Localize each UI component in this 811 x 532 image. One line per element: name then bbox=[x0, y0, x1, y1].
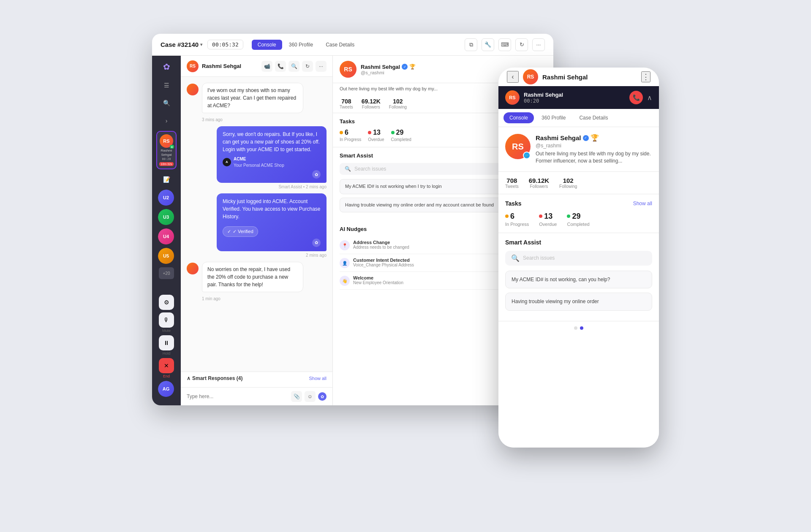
more-button[interactable]: ··· bbox=[532, 38, 545, 51]
completed-count: 29 bbox=[391, 129, 411, 136]
case-number: Case #32140 ▾ bbox=[161, 41, 202, 48]
nudge-icon-1: 📍 bbox=[340, 240, 350, 250]
call-banner-time: 00:20 bbox=[524, 98, 563, 104]
chat-more-button[interactable]: ··· bbox=[316, 61, 327, 72]
screen-share-button[interactable]: ⧉ bbox=[465, 38, 477, 51]
phone-button[interactable]: 📞 bbox=[275, 61, 286, 72]
active-call-avatar: RS ● bbox=[160, 134, 173, 148]
chat-header: RS Rashmi Sehgal 📹 📞 🔍 ↻ ··· bbox=[181, 56, 332, 77]
verified-badge: ✓ ✓ Verified bbox=[223, 226, 258, 237]
overdue-label: Overdue bbox=[368, 137, 384, 142]
mute-button[interactable]: 🎙 Mute bbox=[159, 312, 174, 333]
settings-icon: ⚙ bbox=[159, 295, 174, 310]
call-end-button[interactable]: 📞 bbox=[629, 91, 643, 104]
sidebar-avatar-4[interactable]: U4 bbox=[158, 228, 175, 245]
mobile-profile-name-row: Rashmi Sehgal ✓ 🏆 bbox=[536, 134, 652, 142]
chevron-up-icon: ∧ bbox=[187, 375, 191, 381]
chat-search-button[interactable]: 🔍 bbox=[288, 61, 299, 72]
followers-label: Followers bbox=[362, 105, 381, 109]
mobile-full-name: Rashmi Sehgal bbox=[536, 134, 581, 141]
sidebar-avatar-5[interactable]: U5 bbox=[158, 248, 175, 265]
mobile-tasks-show-all[interactable]: Show all bbox=[633, 201, 652, 206]
mobile-issue-card-1[interactable]: My ACME ID# is not working, can you help… bbox=[505, 271, 652, 289]
send-button[interactable]: ✿ bbox=[318, 392, 327, 401]
refresh-button[interactable]: ↻ bbox=[515, 38, 528, 51]
mobile-dots-indicator bbox=[498, 321, 659, 335]
tab-case-details[interactable]: Case Details bbox=[320, 40, 360, 50]
dot-2 bbox=[580, 326, 583, 330]
sidebar-avatar-3[interactable]: U3 bbox=[158, 209, 175, 226]
more-avatars-count[interactable]: +20 bbox=[159, 267, 174, 279]
msg-bubble-4: No worries on the repair, I have used th… bbox=[202, 262, 303, 292]
tools-button[interactable]: 🔧 bbox=[482, 38, 494, 51]
chat-panel: RS Rashmi Sehgal 📹 📞 🔍 ↻ ··· bbox=[181, 56, 333, 405]
mobile-handle: @s_rashmi bbox=[536, 143, 652, 149]
mobile-followers-label: Followers bbox=[529, 184, 549, 189]
call-banner-chevron-icon[interactable]: ∧ bbox=[647, 94, 652, 102]
attach-button[interactable]: 📎 bbox=[291, 391, 302, 402]
mobile-search-bar[interactable]: 🔍 Search issues bbox=[505, 251, 652, 266]
msg-agent-badge-2: ✿ bbox=[312, 170, 321, 179]
twitter-badge: 🐦 bbox=[523, 152, 531, 159]
chat-input[interactable] bbox=[187, 394, 288, 399]
yellow-dot bbox=[340, 131, 343, 134]
mobile-issue-card-2[interactable]: Having trouble viewing my online order bbox=[505, 293, 652, 311]
mobile-task-completed: 29 Completed bbox=[567, 212, 589, 227]
mobile-overdue-label: Overdue bbox=[539, 222, 557, 227]
mobile-body: RS 🐦 Rashmi Sehgal ✓ 🏆 @s_rashmi Out her… bbox=[498, 127, 659, 448]
chat-refresh-button[interactable]: ↻ bbox=[302, 61, 313, 72]
msg-bubble-2: Sorry, we don't do repairs. But If you l… bbox=[217, 126, 327, 183]
settings-button[interactable]: ⚙ bbox=[159, 295, 174, 310]
mobile-search-placeholder: Search issues bbox=[523, 255, 555, 261]
accessibility-button[interactable]: ⌨ bbox=[498, 38, 511, 51]
call-agent-name: RashmiSehgal bbox=[161, 149, 172, 157]
call-banner-info: Rashmi Sehgal 00:20 bbox=[524, 92, 563, 104]
mobile-back-button[interactable]: ‹ bbox=[507, 71, 519, 83]
sidebar-user-avatar[interactable]: AG bbox=[158, 381, 175, 398]
sidebar-compose-icon[interactable]: 📝 bbox=[159, 172, 174, 187]
mobile-more-button[interactable]: ⋮ bbox=[641, 71, 650, 82]
tasks-title: Tasks bbox=[340, 118, 355, 125]
msg-bubble-3: Micky just logged into ACME. Account Ver… bbox=[217, 193, 327, 251]
mobile-in-progress-count: 6 bbox=[505, 212, 529, 221]
chat-header-actions: 📹 📞 🔍 ↻ ··· bbox=[261, 61, 327, 72]
mute-icon: 🎙 bbox=[159, 312, 174, 328]
mobile-following-value: 102 bbox=[559, 177, 577, 184]
award-icon: 🏆 bbox=[409, 64, 416, 70]
stat-followers: 69.12K Followers bbox=[362, 98, 381, 109]
task-in-progress: 6 In Progress bbox=[340, 129, 361, 142]
completed-label: Completed bbox=[391, 137, 411, 142]
tweets-label: Tweets bbox=[340, 105, 353, 109]
tab-console[interactable]: Console bbox=[252, 40, 282, 50]
profile-avatar: RS bbox=[340, 61, 357, 78]
call-duration: 00:20 bbox=[162, 157, 171, 161]
chat-agent-name: Rashmi Sehgal bbox=[202, 63, 258, 69]
end-call-icon: ✕ bbox=[159, 358, 174, 373]
titlebar: Case #32140 ▾ 00:05:32 Console 360 Profi… bbox=[152, 34, 553, 56]
video-call-button[interactable]: 📹 bbox=[261, 61, 272, 72]
active-call-item[interactable]: RS ● RashmiSehgal 00:20 10m 32s bbox=[156, 131, 177, 169]
mobile-stat-followers: 69.12K Followers bbox=[529, 177, 549, 189]
mobile-tasks-title: Tasks bbox=[505, 200, 522, 207]
tab-360-profile[interactable]: 360 Profile bbox=[283, 40, 319, 50]
mobile-tab-360-profile[interactable]: 360 Profile bbox=[536, 112, 572, 123]
sidebar-search-icon[interactable]: 🔍 bbox=[159, 95, 174, 111]
mobile-tab-console[interactable]: Console bbox=[503, 112, 534, 123]
hold-button[interactable]: ⏸ Hold bbox=[159, 335, 174, 356]
call-banner-avatar: RS bbox=[505, 90, 520, 105]
end-call-button[interactable]: ✕ End bbox=[159, 358, 174, 378]
mobile-profile-card: RS 🐦 Rashmi Sehgal ✓ 🏆 @s_rashmi Out her… bbox=[498, 127, 659, 172]
smart-responses-show-all[interactable]: Show all bbox=[309, 376, 327, 381]
message-4: No worries on the repair, I have used th… bbox=[187, 262, 327, 292]
emoji-button[interactable]: ☺ bbox=[305, 391, 316, 402]
mobile-tasks-section: Tasks Show all 6 In Progress 1 bbox=[498, 194, 659, 233]
sidebar-nav-icon[interactable]: › bbox=[159, 113, 174, 128]
acme-brand-sub: Your Personal ACME Shop bbox=[234, 162, 284, 168]
sidebar-menu-icon[interactable]: ☰ bbox=[159, 78, 174, 93]
sidebar-avatar-2[interactable]: U2 bbox=[158, 190, 175, 206]
mobile-tab-case-details[interactable]: Case Details bbox=[573, 112, 614, 123]
stat-following: 102 Following bbox=[389, 98, 407, 109]
in-progress-label: In Progress bbox=[340, 137, 361, 142]
nudge-subtitle-3: New Employee Orientation bbox=[353, 280, 517, 285]
mobile-smart-assist-header: Smart Assist bbox=[505, 239, 652, 246]
